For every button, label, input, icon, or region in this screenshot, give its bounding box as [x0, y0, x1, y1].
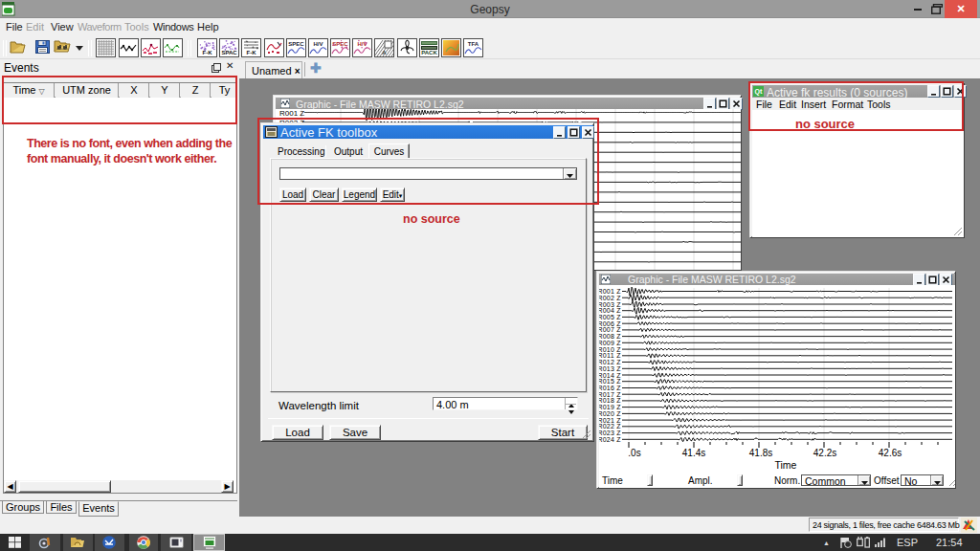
svg-text:Time: Time — [775, 459, 797, 471]
svg-text:SPAC: SPAC — [221, 50, 237, 55]
svg-text:A: A — [382, 50, 387, 55]
svg-text:TFA: TFA — [468, 41, 479, 47]
svg-text:.0s: .0s — [628, 448, 640, 458]
svg-text:42.2s: 42.2s — [813, 448, 836, 458]
svg-text:41.8s: 41.8s — [749, 448, 772, 458]
svg-text:SPEC: SPEC — [332, 41, 348, 47]
svg-text:SPEC: SPEC — [288, 41, 304, 47]
svg-text:41.4s: 41.4s — [682, 448, 705, 458]
svg-text:42.6s: 42.6s — [879, 448, 902, 458]
svg-text:R001 Z: R001 Z — [279, 109, 304, 118]
svg-text:H/V: H/V — [313, 41, 323, 47]
svg-text:PACK: PACK — [421, 50, 437, 55]
svg-text:F-K: F-K — [247, 50, 257, 55]
svg-text:F-K: F-K — [203, 50, 213, 55]
svg-text:R024 Z: R024 Z — [599, 436, 621, 443]
